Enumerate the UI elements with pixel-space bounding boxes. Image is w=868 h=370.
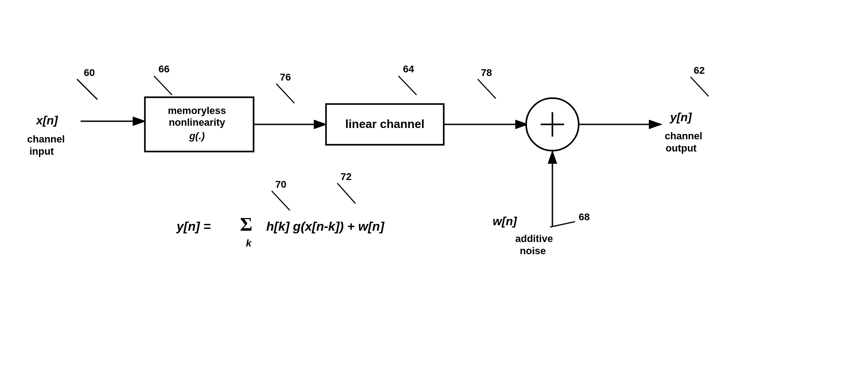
- svg-line-6: [276, 84, 294, 103]
- eq-rest: h[k] g(x[n-k]) + w[n]: [266, 219, 385, 233]
- svg-line-13: [691, 77, 709, 96]
- label-70: 70: [275, 179, 286, 190]
- input-signal-label: x[n]: [35, 114, 58, 127]
- memoryless-label1: memoryless: [168, 105, 226, 116]
- memoryless-label2: nonlinearity: [169, 117, 225, 128]
- label-78: 78: [481, 67, 492, 78]
- output-signal-label: y[n]: [669, 110, 692, 124]
- channel-input-label: channel: [27, 133, 65, 145]
- diagram-container: 60 x[n] channel input 66 memoryless nonl…: [0, 0, 868, 370]
- additive-noise-label1: additive: [515, 233, 553, 244]
- svg-line-2: [77, 79, 97, 100]
- svg-line-15: [550, 222, 575, 227]
- svg-line-4: [154, 76, 172, 95]
- linear-channel-label: linear channel: [345, 117, 425, 131]
- eq-subscript-k: k: [246, 237, 252, 249]
- memoryless-label3: g(.): [189, 130, 205, 142]
- label-62: 62: [694, 65, 705, 76]
- label-60: 60: [84, 67, 95, 78]
- eq-sigma: Σ: [240, 214, 252, 235]
- additive-noise-label2: noise: [520, 245, 546, 256]
- svg-line-17: [337, 183, 355, 204]
- noise-signal-label: w[n]: [493, 214, 518, 228]
- channel-output-label1: channel: [665, 130, 702, 142]
- label-72: 72: [340, 171, 351, 182]
- label-64: 64: [403, 63, 414, 75]
- channel-input-label2: input: [29, 146, 54, 157]
- eq-y-label: y[n] =: [176, 219, 211, 233]
- svg-line-16: [272, 191, 290, 210]
- channel-output-label2: output: [666, 142, 697, 154]
- svg-line-7: [398, 76, 417, 95]
- label-66: 66: [158, 63, 169, 75]
- svg-line-9: [478, 79, 496, 99]
- label-68: 68: [579, 211, 590, 223]
- label-76: 76: [280, 71, 291, 83]
